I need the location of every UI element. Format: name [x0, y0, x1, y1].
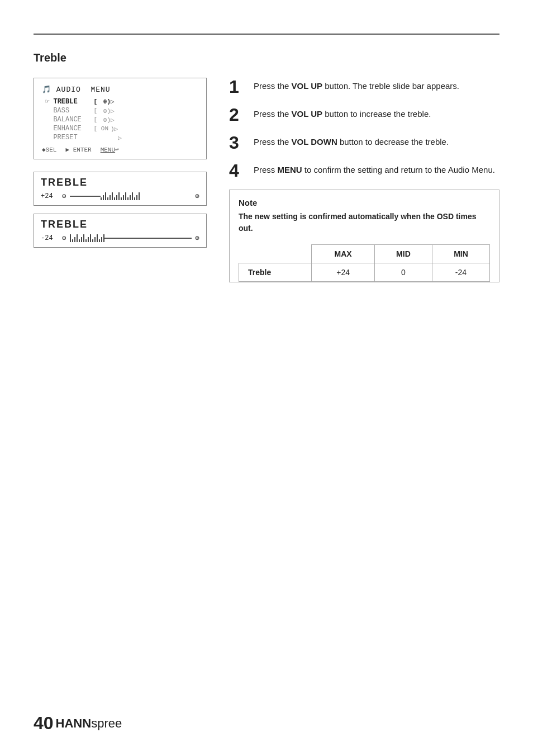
tick: [136, 195, 137, 200]
slider-ticks-high: [101, 192, 140, 200]
tick: [125, 192, 126, 200]
treble-slider-high-row: +24 ⊖: [41, 192, 199, 201]
top-rule: [34, 34, 499, 35]
section-title: Treble: [34, 51, 499, 64]
brand-spree: spree: [91, 716, 122, 730]
table-cell-max-val: +24: [312, 263, 375, 282]
treble-slider-low-title: TREBLE: [41, 219, 199, 230]
table-header-empty: [239, 245, 312, 263]
tick: [118, 192, 120, 200]
footer-brand: HANNspree: [56, 716, 122, 731]
slider-plus-icon-low: ⊕: [195, 234, 199, 243]
note-box: Note The new setting is confirmed automa…: [229, 190, 499, 282]
tick: [114, 197, 115, 200]
table-cell-treble-label: Treble: [239, 263, 312, 282]
audio-menu-preset: PRESET ▷: [45, 134, 198, 141]
tick: [79, 239, 80, 242]
slider-minus-icon-high: ⊖: [62, 192, 66, 201]
tick: [112, 192, 113, 200]
tick: [107, 197, 108, 200]
main-layout: 🎵 AUDIO MENU ☞ TREBLE [ 0)▷ BASS [ 0): [34, 78, 499, 282]
step-4-text: Press MENU to confirm the setting and re…: [254, 162, 495, 177]
enhance-bar: [ ON: [90, 125, 108, 132]
tick: [74, 237, 75, 242]
step-3-text: Press the VOL DOWN button to decrease th…: [254, 134, 449, 149]
treble-low-value-label: -24: [41, 234, 59, 242]
slider-track-high: [70, 193, 192, 200]
page-footer: 40 HANNspree: [34, 713, 499, 734]
step-2-text: Press the VOL UP button to increase the …: [254, 106, 431, 121]
balance-label: BALANCE: [45, 116, 90, 124]
enhance-val: )▷: [111, 125, 118, 133]
tick: [81, 237, 82, 242]
settings-table: MAX MID MIN Treble +24 0 -24: [239, 244, 490, 282]
table-header-mid: MID: [374, 245, 432, 263]
tick: [139, 192, 140, 200]
treble-slider-low-row: -24 ⊖: [41, 234, 199, 243]
tick: [70, 234, 71, 242]
step-3-number: 3: [229, 134, 245, 152]
step-1-text: Press the VOL UP button. The treble slid…: [254, 78, 459, 93]
slider-ticks-low: [70, 234, 104, 242]
treble-label: ☞ TREBLE: [45, 97, 90, 106]
tick: [110, 195, 111, 200]
treble-bar: [: [90, 98, 97, 105]
treble-slider-high-box: TREBLE +24 ⊖: [34, 172, 207, 206]
tick: [99, 239, 100, 242]
enhance-label: ENHANCE: [45, 125, 90, 133]
tick: [85, 239, 87, 242]
tick: [123, 195, 124, 200]
tick: [72, 239, 73, 242]
bass-label: BASS: [45, 107, 90, 115]
left-column: 🎵 AUDIO MENU ☞ TREBLE [ 0)▷ BASS [ 0): [34, 78, 207, 256]
balance-val: 0)▷: [99, 116, 114, 124]
preset-val: ▷: [92, 134, 122, 141]
tick: [132, 192, 133, 200]
preset-label: PRESET: [45, 134, 90, 141]
table-header-min: MIN: [432, 245, 489, 263]
audio-menu-items: ☞ TREBLE [ 0)▷ BASS [ 0)▷ BALANCE [: [42, 97, 198, 141]
slider-minus-icon-low: ⊖: [62, 234, 66, 243]
audio-menu-treble: ☞ TREBLE [ 0)▷: [45, 97, 198, 106]
tick: [116, 195, 117, 200]
step-3: 3 Press the VOL DOWN button to decrease …: [229, 134, 499, 152]
audio-icon: 🎵: [42, 86, 51, 94]
treble-slider-low-box: TREBLE -24 ⊖: [34, 214, 207, 248]
slider-line-high: [70, 196, 101, 197]
audio-menu-bass: BASS [ 0)▷: [45, 107, 198, 115]
audio-menu-footer: ◆SEL ▶ ENTER MENU↩: [42, 146, 198, 153]
audio-menu-box: 🎵 AUDIO MENU ☞ TREBLE [ 0)▷ BASS [ 0): [34, 78, 207, 159]
right-column: 1 Press the VOL UP button. The treble sl…: [229, 78, 499, 282]
footer-page-number: 40: [34, 713, 54, 734]
tick: [77, 234, 78, 242]
step-4-number: 4: [229, 162, 245, 179]
table-cell-mid-val: 0: [374, 263, 432, 282]
step-2-number: 2: [229, 106, 245, 124]
table-header-max: MAX: [312, 245, 375, 263]
step-4: 4 Press MENU to confirm the setting and …: [229, 162, 499, 179]
treble-high-value-label: +24: [41, 192, 59, 200]
page-container: Treble 🎵 AUDIO MENU ☞ TREBLE [ 0)▷: [0, 0, 533, 756]
bass-bar: [: [90, 107, 97, 114]
audio-menu-heading: AUDIO MENU: [56, 86, 111, 94]
table-row: Treble +24 0 -24: [239, 263, 490, 282]
tick: [97, 234, 98, 242]
step-1: 1 Press the VOL UP button. The treble sl…: [229, 78, 499, 96]
note-title: Note: [239, 198, 490, 207]
balance-bar: [: [90, 116, 97, 123]
tick: [103, 195, 104, 200]
slider-plus-icon-high: ⊕: [195, 192, 199, 201]
tick: [134, 197, 135, 200]
tick: [90, 234, 91, 242]
tick: [92, 239, 93, 242]
footer-sel: ◆SEL: [42, 146, 56, 153]
slider-line-low: [104, 238, 192, 239]
treble-slider-high-title: TREBLE: [41, 177, 199, 188]
audio-menu-balance: BALANCE [ 0)▷: [45, 116, 198, 124]
footer-enter: ▶ ENTER: [65, 146, 91, 153]
footer-menu: MENU↩: [101, 146, 119, 153]
audio-menu-enhance: ENHANCE [ ON )▷: [45, 125, 198, 133]
tick: [101, 237, 102, 242]
steps-list: 1 Press the VOL UP button. The treble sl…: [229, 78, 499, 179]
bass-val: 0)▷: [99, 107, 114, 115]
